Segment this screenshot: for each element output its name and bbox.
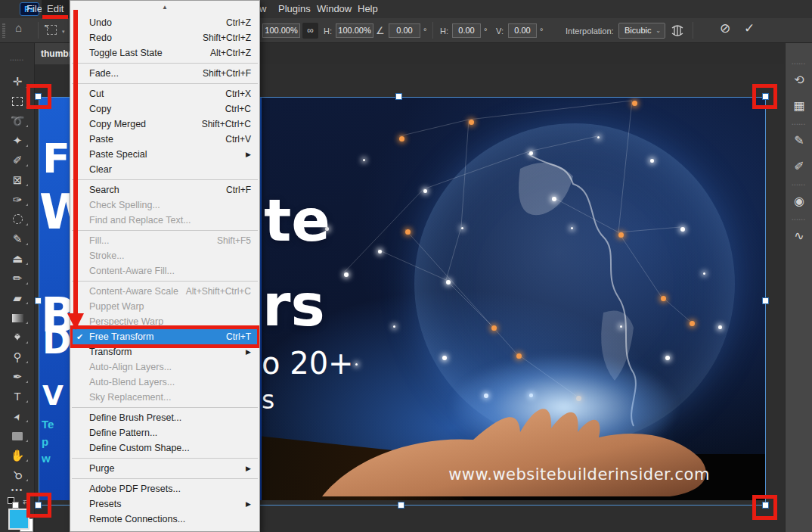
menu-item-copy[interactable]: CopyCtrl+C xyxy=(70,101,259,117)
rotation-field[interactable]: 0.00 xyxy=(389,23,420,38)
width-field[interactable]: 100.00% xyxy=(262,23,300,38)
commit-transform-button[interactable]: ✓ xyxy=(744,20,755,36)
lasso-tool[interactable]: ➰ xyxy=(0,111,35,131)
menu-plugins[interactable]: Plugins xyxy=(273,0,316,18)
magic-wand-tool[interactable]: ✦ xyxy=(0,131,35,151)
home-icon[interactable]: ⌂ xyxy=(15,21,22,34)
panel-group-grip[interactable]: •••••• xyxy=(790,182,808,187)
hand-tool-icon: ✋ xyxy=(11,449,25,462)
chevron-down-icon[interactable]: ▾ xyxy=(62,29,65,35)
rotate-angle-icon: ∠ xyxy=(376,25,385,36)
history-brush-tool-icon: ✏ xyxy=(13,272,23,285)
eyedropper-tool-icon: ✑ xyxy=(13,193,23,206)
pen-tool[interactable]: ✒ xyxy=(0,367,35,387)
options-bar-grip[interactable] xyxy=(2,23,5,38)
healing-brush-tool[interactable] xyxy=(0,210,35,229)
menu-item-label: Copy xyxy=(89,104,225,114)
menu-item-toggle-last-state[interactable]: Toggle Last StateAlt+Ctrl+Z xyxy=(70,45,259,61)
menu-separator xyxy=(70,456,259,461)
reference-point-icon[interactable]: ↖ xyxy=(47,25,57,35)
divider xyxy=(38,22,39,39)
document-tab[interactable]: thumbn xyxy=(35,43,70,64)
cancel-transform-button[interactable]: ⊘ xyxy=(720,20,730,36)
zoom-tool[interactable]: ⚲ xyxy=(0,465,35,485)
quick-selection-tool[interactable]: ✐ xyxy=(0,151,35,170)
menu-item-free-transform[interactable]: ✔Free TransformCtrl+T xyxy=(70,329,259,344)
blur-tool[interactable]: ♠ xyxy=(0,328,35,347)
brushes-panel-icon[interactable]: ✐ xyxy=(786,154,812,179)
menu-item-remote-connections[interactable]: Remote Connections... xyxy=(70,512,259,527)
menu-item-paste-special[interactable]: Paste Special▶ xyxy=(70,147,259,162)
menu-separator xyxy=(70,228,259,233)
menu-item-label: Paste Special xyxy=(89,149,246,160)
transform-handle-middle-right[interactable] xyxy=(762,297,769,304)
menu-item-transform[interactable]: Transform▶ xyxy=(70,344,259,359)
menu-item-shortcut: Shift+Ctrl+F xyxy=(203,68,259,79)
color-panel-icon[interactable]: ◉ xyxy=(786,188,812,214)
menu-item-sky-replacement: Sky Replacement... xyxy=(70,390,259,405)
menu-item-shortcut: Ctrl+V xyxy=(225,134,259,145)
brush-settings-panel-icon[interactable]: ✎ xyxy=(786,128,812,154)
tools-panel: •••••• ✛➰✦✐⊠✑✎⏏✏▰♠⚲✒T➤✋⚲ ••• ⇄ xyxy=(0,43,35,532)
rectangle-tool[interactable] xyxy=(0,426,35,446)
annotation-arrow-head xyxy=(67,313,84,330)
libraries-panel-icon[interactable]: ▦ xyxy=(786,93,812,119)
crop-tool[interactable]: ⊠ xyxy=(0,170,35,190)
menu-item-cut[interactable]: CutCtrl+X xyxy=(70,86,259,101)
gradient-tool[interactable] xyxy=(0,308,35,328)
menu-item-label: Fill... xyxy=(89,235,217,246)
panel-group-grip[interactable]: •••••• xyxy=(790,61,808,66)
menu-item-check-spelling: Check Spelling... xyxy=(70,198,259,213)
menu-item-undo[interactable]: UndoCtrl+Z xyxy=(70,15,259,30)
menu-scroll-up-icon[interactable]: ▲ xyxy=(70,1,259,15)
menu-item-redo[interactable]: RedoShift+Ctrl+Z xyxy=(70,30,259,45)
menu-item-label: Auto-Align Layers... xyxy=(89,362,251,372)
menu-item-purge[interactable]: Purge▶ xyxy=(70,461,259,476)
brush-tool[interactable]: ✎ xyxy=(0,229,35,249)
eraser-tool[interactable]: ▰ xyxy=(0,288,35,308)
panel-grip[interactable]: •••••• xyxy=(9,58,26,62)
interpolation-label: Interpolation: xyxy=(566,26,614,36)
menu-item-copy-merged[interactable]: Copy MergedShift+Ctrl+C xyxy=(70,117,259,132)
menu-item-presets[interactable]: Presets▶ xyxy=(70,496,259,512)
maintain-aspect-ratio-button[interactable]: ∞ xyxy=(302,23,318,39)
history-brush-tool[interactable]: ✏ xyxy=(0,269,35,288)
paths-panel-icon[interactable]: ∿ xyxy=(786,223,812,249)
warp-mode-icon[interactable] xyxy=(670,23,685,39)
menu-item-clear[interactable]: Clear xyxy=(70,162,259,177)
transform-handle-middle-left[interactable] xyxy=(35,297,42,304)
type-tool[interactable]: T xyxy=(0,387,35,406)
menu-help[interactable]: Help xyxy=(352,0,383,18)
eyedropper-tool[interactable]: ✑ xyxy=(0,190,35,210)
menu-item-define-pattern[interactable]: Define Pattern... xyxy=(70,425,259,440)
clone-stamp-tool[interactable]: ⏏ xyxy=(0,249,35,269)
menu-item-define-brush-preset[interactable]: Define Brush Preset... xyxy=(70,410,259,425)
menu-item-label: Undo xyxy=(89,17,226,28)
panel-group-grip[interactable]: •••••• xyxy=(790,217,808,222)
path-selection-tool[interactable]: ➤ xyxy=(0,406,35,426)
menu-item-fade[interactable]: Fade...Shift+Ctrl+F xyxy=(70,66,259,81)
clone-stamp-tool-icon: ⏏ xyxy=(12,252,23,265)
transform-handle-bottom-center[interactable] xyxy=(398,502,404,509)
menu-item-paste[interactable]: PasteCtrl+V xyxy=(70,132,259,147)
v-skew-field[interactable]: 0.00 xyxy=(508,23,537,38)
menu-item-label: Define Custom Shape... xyxy=(89,443,251,453)
h-skew-field[interactable]: 0.00 xyxy=(452,23,481,38)
menu-item-adobe-pdf-presets[interactable]: Adobe PDF Presets... xyxy=(70,481,259,496)
height-field[interactable]: 100.00% xyxy=(336,23,373,38)
interpolation-select[interactable]: Bicubic ⌄ xyxy=(618,23,665,39)
history-panel-icon[interactable]: ⟲ xyxy=(786,67,812,93)
panel-group-grip[interactable]: •••••• xyxy=(790,122,808,126)
path-selection-tool-icon: ➤ xyxy=(7,409,28,425)
menu-item-perspective-warp: Perspective Warp xyxy=(70,314,259,329)
dodge-tool[interactable]: ⚲ xyxy=(0,347,35,367)
transform-handle-top-center[interactable] xyxy=(395,93,402,100)
menu-item-search[interactable]: SearchCtrl+F xyxy=(70,182,259,198)
menu-item-label: Sky Replacement... xyxy=(89,392,251,403)
submenu-arrow-icon: ▶ xyxy=(246,500,259,508)
hand-tool[interactable]: ✋ xyxy=(0,446,35,465)
menu-window[interactable]: Window xyxy=(311,0,357,18)
menu-item-define-custom-shape[interactable]: Define Custom Shape... xyxy=(70,440,259,456)
submenu-arrow-icon: ▶ xyxy=(246,465,259,472)
annotation-box-bottom-right-handle xyxy=(752,495,777,520)
